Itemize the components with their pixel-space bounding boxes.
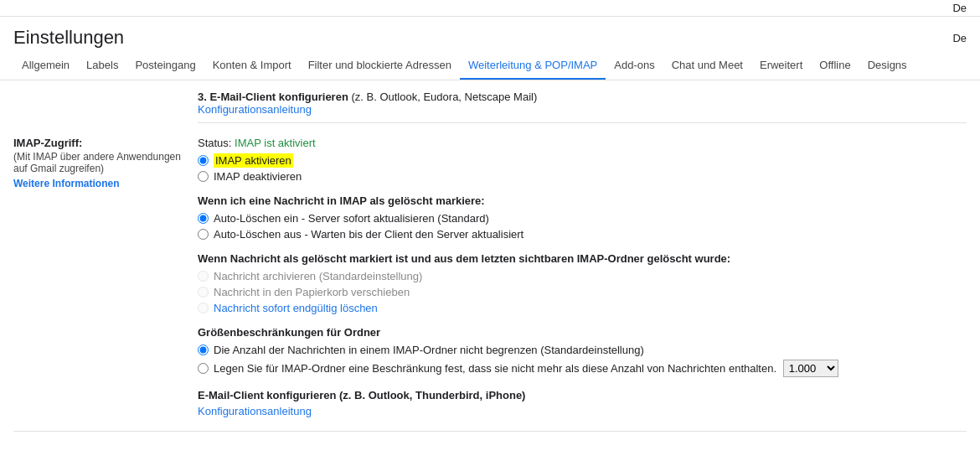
radio-archive[interactable] [198, 271, 209, 282]
radio-autodelete-off-option[interactable]: Auto-Löschen aus - Warten bis der Client… [198, 228, 967, 241]
email-client-bottom: E-Mail-Client konfigurieren (z. B. Outlo… [198, 389, 967, 417]
nav-tab-posteingang[interactable]: Posteingang [126, 52, 204, 80]
size-limit-select[interactable]: 1.000 2.000 5.000 10.000 [783, 360, 838, 377]
radio-imap-deactivate[interactable] [198, 171, 209, 182]
nav-tab-offline[interactable]: Offline [811, 52, 859, 80]
radio-archive-label: Nachricht archivieren (Standardeinstellu… [214, 270, 422, 282]
nav-tab-filter-und-blockierte-adressen[interactable]: Filter und blockierte Adressen [300, 52, 460, 80]
status-prefix: Status: [198, 137, 235, 149]
size-title: Größenbeschränkungen für Ordner [198, 326, 967, 339]
radio-limit-text: Legen Sie für IMAP-Ordner eine Beschränk… [214, 362, 776, 375]
email-client-subtitle: (z. B. Outlook, Thunderbird, iPhone) [336, 389, 525, 401]
radio-autodelete-on[interactable] [198, 213, 209, 224]
radio-imap-deactivate-option[interactable]: IMAP deaktivieren [198, 170, 967, 183]
radio-imap-activate[interactable] [198, 155, 209, 166]
imap-info-link[interactable]: Weitere Informationen [13, 178, 184, 189]
nav-tab-erweitert[interactable]: Erweitert [751, 52, 811, 80]
section3-subtitle: (z. B. Outlook, Eudora, Netscape Mail) [348, 91, 537, 103]
section3-title-text: 3. E-Mail-Client konfigurieren [198, 91, 348, 103]
radio-autodelete-off[interactable] [198, 229, 209, 240]
radio-trash-option[interactable]: Nachricht in den Papierkorb verschieben [198, 286, 967, 298]
section3-title: 3. E-Mail-Client konfigurieren (z. B. Ou… [198, 91, 967, 103]
imap-status-line: Status: IMAP ist aktiviert [198, 137, 967, 149]
nav-tab-weiterleitung---pop-imap[interactable]: Weiterleitung & POP/IMAP [460, 52, 606, 80]
radio-limit-label: Legen Sie für IMAP-Ordner eine Beschränk… [214, 360, 838, 377]
radio-no-limit[interactable] [198, 344, 209, 355]
delete-subsection-title: Wenn ich eine Nachricht in IMAP als gelö… [198, 194, 967, 207]
section3-header: 3. E-Mail-Client konfigurieren (z. B. Ou… [198, 80, 967, 123]
main-content: 3. E-Mail-Client konfigurieren (z. B. Ou… [0, 80, 980, 445]
radio-trash-label: Nachricht in den Papierkorb verschieben [214, 286, 410, 298]
nav-tab-allgemein[interactable]: Allgemein [13, 52, 78, 80]
delete-subsection: Wenn ich eine Nachricht in IMAP als gelö… [198, 194, 967, 241]
imap-label-sub: (Mit IMAP über andere Anwendungen auf Gm… [13, 151, 184, 174]
folder-delete-subsection: Wenn Nachricht als gelöscht markiert ist… [198, 252, 967, 314]
header-user: De [952, 32, 967, 44]
radio-autodelete-on-option[interactable]: Auto-Löschen ein - Server sofort aktuali… [198, 212, 967, 225]
email-client-link[interactable]: Konfigurationsanleitung [198, 405, 312, 417]
imap-activate-highlight: IMAP aktivieren [214, 153, 293, 168]
radio-autodelete-off-label: Auto-Löschen aus - Warten bis der Client… [214, 228, 524, 241]
radio-permanent-delete-link-text: Nachricht sofort endgültig löschen [214, 302, 378, 314]
section3-link[interactable]: Konfigurationsanleitung [198, 103, 312, 116]
radio-imap-activate-label: IMAP aktivieren [214, 154, 293, 167]
radio-autodelete-on-label: Auto-Löschen ein - Server sofort aktuali… [214, 212, 489, 225]
email-client-title: E-Mail-Client konfigurieren (z. B. Outlo… [198, 389, 967, 401]
imap-label-col: IMAP-Zugriff: (Mit IMAP über andere Anwe… [13, 137, 198, 417]
imap-row: IMAP-Zugriff: (Mit IMAP über andere Anwe… [13, 123, 967, 432]
folder-delete-title: Wenn Nachricht als gelöscht markiert ist… [198, 252, 967, 265]
radio-permanent-delete[interactable] [198, 303, 209, 313]
nav-tab-labels[interactable]: Labels [78, 52, 126, 80]
radio-permanent-delete-option[interactable]: Nachricht sofort endgültig löschen [198, 302, 967, 314]
radio-no-limit-label: Die Anzahl der Nachrichten in einem IMAP… [214, 344, 644, 356]
status-text: IMAP ist aktiviert [235, 137, 316, 149]
email-client-title-text: E-Mail-Client konfigurieren [198, 389, 336, 401]
imap-label: IMAP-Zugriff: [13, 137, 82, 149]
page-title: Einstellungen [13, 27, 124, 49]
radio-limit[interactable] [198, 363, 209, 374]
nav-tabs: const navData = JSON.parse(document.getE… [0, 52, 980, 80]
nav-tab-chat-und-meet[interactable]: Chat und Meet [663, 52, 751, 80]
size-subsection: Größenbeschränkungen für Ordner Die Anza… [198, 326, 967, 377]
radio-imap-deactivate-label: IMAP deaktivieren [214, 170, 302, 183]
radio-limit-option[interactable]: Legen Sie für IMAP-Ordner eine Beschränk… [198, 360, 967, 377]
nav-tab-add-ons[interactable]: Add-ons [606, 52, 663, 80]
radio-trash[interactable] [198, 287, 209, 298]
nav-tab-designs[interactable]: Designs [859, 52, 916, 80]
radio-archive-option[interactable]: Nachricht archivieren (Standardeinstellu… [198, 270, 967, 282]
radio-permanent-delete-label: Nachricht sofort endgültig löschen [214, 302, 378, 314]
radio-no-limit-option[interactable]: Die Anzahl der Nachrichten in einem IMAP… [198, 344, 967, 356]
user-abbr: De [952, 2, 967, 14]
nav-tab-konten---import[interactable]: Konten & Import [204, 52, 300, 80]
radio-imap-activate-option[interactable]: IMAP aktivieren [198, 154, 967, 167]
imap-content: Status: IMAP ist aktiviert IMAP aktivier… [198, 137, 967, 417]
